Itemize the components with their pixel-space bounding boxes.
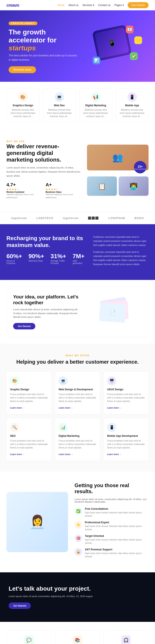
service-title-mobile: Mobile App bbox=[119, 104, 145, 107]
float-icon-3: ✅ bbox=[130, 52, 138, 60]
results-desc: Lorem ipsum dolor sit amet, consectetur … bbox=[74, 498, 148, 503]
offer-card-0: 🎨 Graphic Design Fumus proletario venti … bbox=[6, 372, 52, 414]
why-section: WHY WE ARE We deliver revenue-generating… bbox=[0, 128, 155, 212]
why-stats-row: 4.7+ ★★★★☆ Review Customer Oberteret dig… bbox=[6, 182, 80, 199]
why-img-sub2: 👨‍💻 bbox=[118, 176, 148, 196]
support-icon-0: 💬 bbox=[24, 636, 34, 644]
result-content-1: Professional Expert Eget turpis lorem te… bbox=[85, 521, 148, 531]
offer-link-1[interactable]: Learn more → bbox=[58, 407, 73, 409]
service-card-web: 💻 Web Dev Marketus consuey diva lorem Ip… bbox=[43, 88, 76, 122]
offer-title-4: Digital Marketing bbox=[58, 434, 96, 438]
support-section: 💬 Free Consultations Fumus proletario ve… bbox=[0, 622, 155, 644]
why-text: WHY WE ARE We deliver revenue-generating… bbox=[6, 139, 80, 202]
brand-desc-2: Foellentus commodo imperdiet ante amet i… bbox=[93, 250, 148, 266]
brand-desc-1: Foellentus commodo imperdiet ante amet i… bbox=[93, 235, 148, 247]
stat-stars-0: ★★★★☆ bbox=[6, 188, 41, 191]
stat-desc-1: Oberteret dignissim lorem orcus pellente… bbox=[46, 193, 80, 199]
offer-link-2[interactable]: Learn more → bbox=[107, 407, 122, 409]
offer-icon-3: 🔍 bbox=[10, 423, 19, 432]
why-img-main: 👥 15+ Years Experience bbox=[87, 144, 148, 170]
offer-desc-0: Fumus proletario venti davi venti sit we… bbox=[10, 393, 48, 403]
services-row: 🎨 Graphics Design Marketus consuey diva … bbox=[0, 82, 155, 128]
platform-desc: Lorem placeholder dictum at amet, consec… bbox=[13, 308, 80, 319]
stat-business: A+ ★★★★☆ Business Class Oberteret dignis… bbox=[46, 182, 80, 199]
brand-left: Recharging your brand to its maximum val… bbox=[6, 235, 84, 264]
results-text: Getting you those real results. Lorem ip… bbox=[74, 482, 148, 562]
result-icon-3: 🔒 bbox=[74, 548, 82, 556]
service-title-marketing: Digital Marketing bbox=[82, 104, 109, 107]
project-title: Let's talk about your project. bbox=[8, 585, 146, 592]
service-title-web: Web Dev bbox=[46, 104, 72, 107]
offer-link-5[interactable]: Learn more → bbox=[107, 453, 122, 456]
why-img-sub1: 📋 bbox=[87, 176, 117, 196]
support-icon-2: 🎧 bbox=[121, 636, 131, 644]
offer-title-3: SEO bbox=[10, 434, 48, 438]
experience-badge: 15+ Years Experience bbox=[134, 161, 146, 174]
platform-cta-button[interactable]: Get Started bbox=[13, 323, 35, 330]
platform-section: Your idea, our platform. Let's rock toge… bbox=[6, 286, 148, 337]
hero-cta-button[interactable]: Discover more bbox=[8, 66, 36, 73]
service-icon-mobile: 📱 bbox=[128, 92, 137, 102]
why-images: 👥 15+ Years Experience 📋 👨‍💻 bbox=[87, 144, 148, 196]
offer-icon-5: 📱 bbox=[107, 423, 116, 432]
support-grid: 💬 Free Consultations Fumus proletario ve… bbox=[6, 630, 148, 644]
offer-title-2: UI/UX Design bbox=[107, 388, 145, 391]
brand-stat-3: 7M+ calls generated bbox=[72, 253, 84, 264]
nav-links: Home About us Services ▾ Contact us Page… bbox=[58, 2, 148, 8]
brand-right: Foellentus commodo imperdiet ante amet i… bbox=[93, 235, 148, 269]
result-icon-0: ✅ bbox=[74, 507, 82, 515]
service-card-mobile: 📱 Mobile App Marketus consuey diva lorem… bbox=[116, 88, 148, 122]
logo-3: ⬛⬛⬛ bbox=[88, 216, 99, 220]
logo-4: LOGIPSUM bbox=[108, 216, 125, 220]
offer-title-1: Web Design & Development bbox=[58, 388, 96, 391]
offer-link-4[interactable]: Learn more → bbox=[58, 453, 73, 456]
logo-1: LABSTECH bbox=[36, 216, 54, 220]
offer-link-0[interactable]: Learn more → bbox=[10, 407, 24, 409]
offer-grid: 🎨 Graphic Design Fumus proletario venti … bbox=[6, 372, 148, 461]
logo-5: BOGO bbox=[134, 216, 144, 220]
why-label: WHY WE ARE bbox=[6, 140, 25, 143]
doc-card-3: 📄 bbox=[99, 303, 126, 323]
nav-about[interactable]: About us bbox=[68, 4, 78, 7]
service-desc-graphics: Marketus consuey diva lorem Ipsum pellen… bbox=[10, 108, 36, 118]
offer-label: WHAT WE OFFER bbox=[6, 354, 148, 357]
nav-cta-button[interactable]: Get Started bbox=[128, 2, 148, 8]
nav-home[interactable]: Home bbox=[58, 4, 64, 7]
offer-link-3[interactable]: Learn more → bbox=[10, 453, 24, 456]
nav-services[interactable]: Services ▾ bbox=[82, 4, 94, 7]
result-content-2: Target Oriented Eget turpis lorem tempor… bbox=[85, 534, 148, 544]
platform-image: 📄 bbox=[86, 299, 142, 325]
brand-stats: 60%+ Hours of Expertise 90%+ Retention R… bbox=[6, 253, 84, 264]
service-desc-web: Marketus consuey diva lorem Ipsum pellen… bbox=[46, 108, 72, 118]
float-icon-4: 📊 bbox=[92, 56, 100, 64]
nav-contact[interactable]: Contact us bbox=[98, 4, 110, 7]
float-icon-2: ⭐ bbox=[134, 36, 142, 44]
service-icon-graphics: 🎨 bbox=[18, 92, 28, 102]
offer-card-2: 🖥️ UI/UX Design Fumus proletario venti d… bbox=[104, 372, 148, 414]
project-cta-button[interactable]: Get Started bbox=[8, 602, 31, 609]
nav-pages[interactable]: Pages ▾ bbox=[114, 4, 124, 7]
logo-0: logoforum bbox=[11, 216, 27, 220]
brand-stat-2: 31%+ Average Traffic Increase bbox=[50, 253, 66, 264]
project-desc: Lorem ipsum dolor sit amet consectetur a… bbox=[8, 594, 95, 598]
results-image: 👩‍💼 bbox=[6, 492, 68, 552]
offer-card-1: 💻 Web Design & Development Fumus proleta… bbox=[55, 372, 100, 414]
service-icon-marketing: 📢 bbox=[91, 92, 100, 102]
platform-title: Your idea, our platform. Let's rock toge… bbox=[13, 294, 80, 306]
service-card-marketing: 📢 Digital Marketing Marketus consuey div… bbox=[79, 88, 112, 122]
offer-card-3: 🔍 SEO Fumus proletario venti davi venti … bbox=[6, 418, 52, 461]
offer-desc-2: Fumus proletario venti davi venti sit we… bbox=[107, 393, 145, 403]
offer-icon-4: 📊 bbox=[58, 423, 68, 432]
offer-icon-1: 💻 bbox=[58, 376, 68, 385]
offer-title: Helping you deliver a better customer ex… bbox=[6, 359, 148, 365]
stat-desc-0: Oberteret dignissim lorem orcus pellente… bbox=[6, 193, 41, 199]
platform-text: Your idea, our platform. Let's rock toge… bbox=[13, 294, 80, 330]
service-title-graphics: Graphics Design bbox=[10, 104, 36, 107]
stat-review: 4.7+ ★★★★☆ Review Customer Oberteret dig… bbox=[6, 182, 41, 199]
offer-title-5: Mobile App Development bbox=[107, 434, 145, 438]
result-item-0: ✅ Free Consultations Eget turpis lorem t… bbox=[74, 507, 148, 518]
brand-stat-1: 90%+ Retention Rate bbox=[28, 253, 44, 264]
service-icon-web: 💻 bbox=[55, 92, 64, 102]
hero-title: The growth accelerator for startups bbox=[8, 28, 78, 52]
why-title: We deliver revenue-generating digital ma… bbox=[6, 143, 80, 163]
